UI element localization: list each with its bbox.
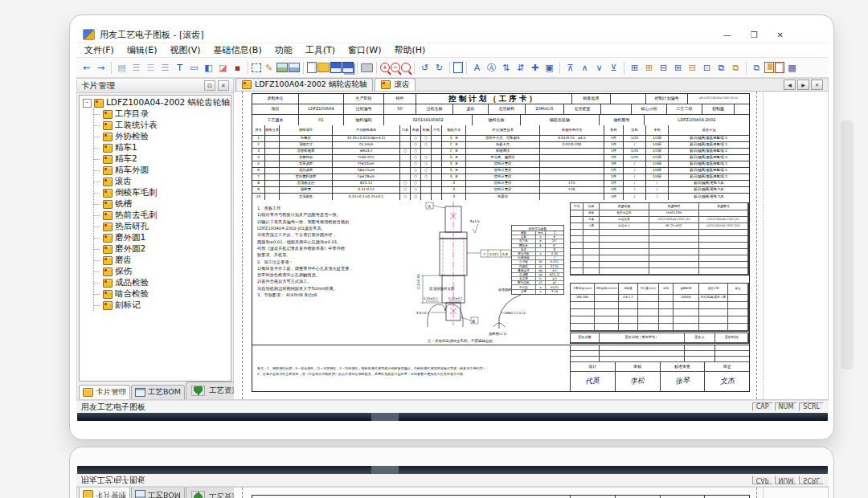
tab-next-icon[interactable]: ▶	[797, 80, 809, 90]
table-cell[interactable]: /	[646, 194, 669, 200]
table-cell[interactable]	[715, 351, 749, 356]
table-cell[interactable]: 滚齿	[453, 104, 489, 114]
table-cell[interactable]: 工艺版本	[252, 115, 299, 125]
table-cell[interactable]	[649, 249, 699, 255]
table-cell[interactable]: ○	[421, 136, 432, 141]
table-cell[interactable]: 1/2班	[646, 155, 669, 161]
table-cell[interactable]	[571, 249, 583, 255]
table-cell[interactable]	[571, 262, 583, 267]
open-file-icon[interactable]	[317, 63, 330, 72]
tree-node[interactable]: 精车2	[94, 153, 231, 165]
table-cell[interactable]	[595, 316, 619, 323]
table-cell[interactable]	[638, 295, 659, 301]
table-cell[interactable]	[611, 94, 646, 104]
table-cell[interactable]: LDFZ100A04	[299, 104, 344, 114]
frame-icon[interactable]: ▣	[542, 61, 556, 75]
table-cell[interactable]	[600, 255, 649, 261]
table-cell[interactable]: 1件	[604, 149, 624, 154]
zoom-in-icon[interactable]: +	[380, 63, 390, 72]
table-cell[interactable]	[583, 230, 600, 235]
process-card-sheet[interactable]: 承制单位生产阶段样件控制计划（工序卡）顾客批准控制计划编号LJN.LDFZ100…	[252, 93, 750, 392]
table-cell[interactable]: 滚齿夹具	[600, 217, 649, 222]
table-cell[interactable]: /	[624, 187, 646, 193]
tree-node[interactable]: 铣槽	[94, 198, 231, 210]
table-cell[interactable]	[728, 302, 748, 308]
close-button[interactable]: ✕	[777, 31, 784, 39]
table-cell[interactable]: /	[646, 181, 669, 186]
table-cell[interactable]: 25.5mm	[333, 142, 400, 148]
table-cell[interactable]: 毛坯材料	[489, 104, 526, 114]
table-cell[interactable]	[400, 161, 411, 167]
table-cell[interactable]	[540, 174, 604, 180]
properties-icon[interactable]: ▩	[785, 61, 799, 75]
table-cell[interactable]	[571, 324, 595, 330]
table-cell[interactable]: 2	[252, 142, 265, 148]
table-cell[interactable]: 1件	[604, 181, 624, 186]
zoom-out-icon[interactable]: −	[391, 63, 400, 72]
table-cell[interactable]: /	[624, 174, 646, 180]
table-cell[interactable]: ○	[411, 161, 421, 167]
table-cell[interactable]	[571, 309, 595, 316]
table-cell[interactable]: 齿面粗糙度	[280, 149, 333, 154]
redo-icon[interactable]: ↻	[432, 61, 446, 75]
table-cell[interactable]	[571, 230, 583, 235]
table-cell[interactable]: 1件	[604, 161, 624, 167]
tab-prev-icon[interactable]: ◀	[784, 80, 796, 90]
table-cell[interactable]: 4	[252, 155, 265, 161]
table-cell[interactable]: 1/4班	[646, 142, 669, 148]
table-cell[interactable]: 1/2班	[646, 149, 669, 154]
table-cell[interactable]: 齿轮计量仪	[466, 168, 540, 173]
table-cell[interactable]	[583, 243, 600, 248]
table-cell[interactable]	[638, 324, 659, 330]
table-cell[interactable]	[432, 194, 442, 200]
table-cell[interactable]: Φ25.12	[333, 181, 400, 186]
table-cell[interactable]: 物料编码	[344, 115, 384, 125]
table-cell[interactable]	[699, 249, 748, 255]
merge-row-icon[interactable]: ⊡	[700, 61, 714, 75]
table-cell[interactable]	[685, 351, 715, 356]
align-left-icon[interactable]: ☰	[129, 61, 143, 75]
table-cell[interactable]: 滚齿滚刀	[600, 223, 649, 229]
table-cell[interactable]: 10	[252, 194, 265, 200]
edit-image-icon[interactable]	[289, 63, 300, 72]
table-cell[interactable]: 承制单位	[252, 94, 299, 104]
table-cell[interactable]: 1/4班	[646, 168, 669, 173]
menu-item[interactable]: 功能	[275, 44, 293, 56]
table-cell[interactable]	[583, 262, 600, 267]
table-cell[interactable]	[400, 174, 411, 180]
table-cell[interactable]	[649, 230, 699, 235]
table-cell[interactable]	[265, 161, 280, 167]
menu-item[interactable]: 工具(T)	[305, 44, 335, 56]
table-cell[interactable]	[728, 324, 748, 330]
table-cell[interactable]	[600, 243, 649, 248]
append-row-icon[interactable]: ⊞	[642, 61, 656, 75]
table-cell[interactable]: 齿轮千分尺、可换测头	[466, 136, 540, 141]
table-cell[interactable]: ○	[400, 149, 411, 154]
table-cell[interactable]: 齿距累积误差	[280, 174, 333, 180]
table-cell[interactable]: ○	[411, 168, 421, 173]
table-cell[interactable]	[728, 316, 748, 323]
insert-row-icon[interactable]: ⊞	[628, 61, 641, 75]
table-cell[interactable]: 1/2h	[624, 149, 646, 154]
table-cell[interactable]	[600, 268, 649, 274]
table-cell[interactable]	[699, 210, 748, 216]
align-bottom-icon[interactable]: ⊻	[607, 61, 620, 75]
table-cell[interactable]	[595, 295, 619, 301]
table-cell[interactable]	[715, 357, 749, 361]
table-cell[interactable]: ○	[411, 136, 421, 141]
minimize-button[interactable]: —	[723, 31, 731, 39]
table-cell[interactable]: 齿形误差	[280, 161, 333, 167]
table-cell[interactable]: ○	[421, 161, 432, 167]
table-cell[interactable]	[649, 262, 699, 267]
table-cell[interactable]: /	[624, 194, 646, 200]
table-cell[interactable]	[571, 210, 583, 216]
table-cell[interactable]	[400, 155, 411, 161]
table-cell[interactable]	[571, 351, 600, 356]
new-file-icon[interactable]	[307, 62, 317, 73]
table-cell[interactable]	[571, 302, 595, 308]
table-cell[interactable]	[540, 194, 604, 200]
signature-cell[interactable]: 代英	[571, 372, 616, 391]
table-cell[interactable]: F25	[540, 181, 604, 186]
tree-node[interactable]: 探伤	[94, 266, 231, 277]
font-icon[interactable]: A	[470, 61, 484, 75]
